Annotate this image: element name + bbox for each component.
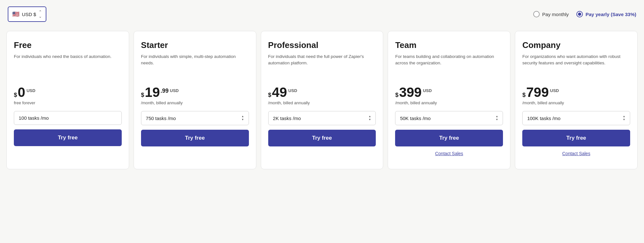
price-period-company: /month, billed annually (522, 100, 630, 105)
billing-toggle: Pay monthly Pay yearly (Save 33%) (533, 11, 636, 17)
plan-description-starter: For individuals with simple, multi-step … (141, 53, 249, 79)
price-dollar-company: $ (522, 92, 526, 98)
plan-name-professional: Professional (268, 40, 376, 50)
try-free-button-free[interactable]: Try free (14, 129, 122, 146)
pay-monthly-option[interactable]: Pay monthly (533, 11, 569, 17)
pay-yearly-radio[interactable] (576, 11, 583, 17)
plan-card-company: Company For organizations who want autom… (515, 31, 638, 169)
tasks-selector-team[interactable]: 50K tasks /mo ▲ ▼ (395, 111, 503, 125)
plan-name-team: Team (395, 40, 503, 50)
try-free-button-team[interactable]: Try free (395, 130, 503, 146)
price-dollar-professional: $ (268, 92, 271, 98)
price-main-company: 799 (526, 86, 549, 99)
plan-description-professional: For individuals that need the full power… (268, 53, 376, 79)
plan-card-starter: Starter For individuals with simple, mul… (134, 31, 256, 169)
contact-sales-link-team[interactable]: Contact Sales (395, 150, 503, 157)
price-usd-company: USD (550, 88, 559, 93)
plan-card-team: Team For teams building and collaboratin… (388, 31, 510, 169)
pay-yearly-option[interactable]: Pay yearly (Save 33%) (576, 11, 636, 17)
currency-selector[interactable]: 🇺🇸 USD $ ⌃⌄ (8, 6, 46, 22)
plan-card-free: Free For individuals who need the basics… (6, 31, 129, 169)
tasks-label-professional: 2K tasks /mo (273, 116, 301, 121)
plan-price-row-professional: $ 49 USD (268, 86, 376, 99)
price-dollar-starter: $ (141, 92, 144, 98)
price-period-professional: /month, billed annually (268, 100, 376, 105)
pay-yearly-label: Pay yearly (Save 33%) (585, 12, 636, 17)
price-period-free: free forever (14, 100, 122, 105)
currency-label: USD $ (22, 12, 36, 17)
plans-grid: Free For individuals who need the basics… (6, 31, 638, 169)
plan-description-free: For individuals who need the basics of a… (14, 53, 122, 79)
pay-monthly-label: Pay monthly (542, 12, 569, 17)
plan-name-starter: Starter (141, 40, 249, 50)
plan-description-team: For teams building and collaborating on … (395, 53, 503, 79)
plan-price-row-starter: $ 19.99 USD (141, 86, 249, 99)
tasks-label-company: 100K tasks /mo (527, 116, 560, 121)
tasks-label-team: 50K tasks /mo (400, 116, 431, 121)
flag-icon: 🇺🇸 (12, 11, 19, 18)
price-main-starter: 19 (145, 86, 160, 99)
try-free-button-starter[interactable]: Try free (141, 130, 249, 146)
price-usd-team: USD (423, 88, 431, 93)
price-usd-professional: USD (288, 88, 297, 93)
price-dollar-team: $ (395, 92, 398, 98)
plan-price-row-company: $ 799 USD (522, 86, 630, 99)
spacer-professional (268, 150, 376, 161)
try-free-button-professional[interactable]: Try free (268, 130, 376, 146)
tasks-selector-professional[interactable]: 2K tasks /mo ▲ ▼ (268, 111, 376, 125)
price-period-team: /month, billed annually (395, 100, 503, 105)
stepper-icon-professional: ▲ ▼ (368, 115, 371, 121)
plan-price-row-team: $ 399 USD (395, 86, 503, 99)
top-bar: 🇺🇸 USD $ ⌃⌄ Pay monthly Pay yearly (Save… (6, 6, 638, 22)
price-main-professional: 49 (272, 86, 287, 99)
price-usd-starter: USD (170, 88, 179, 93)
tasks-label-starter: 750 tasks /mo (146, 116, 176, 121)
plan-name-free: Free (14, 40, 122, 50)
price-main-team: 399 (399, 86, 421, 99)
tasks-selector-starter[interactable]: 750 tasks /mo ▲ ▼ (141, 111, 249, 125)
tasks-selector-free[interactable]: 100 tasks /mo (14, 111, 122, 125)
price-usd-free: USD (26, 88, 35, 93)
pay-monthly-radio[interactable] (533, 11, 540, 17)
plan-card-professional: Professional For individuals that need t… (261, 31, 384, 169)
chevron-icon: ⌃⌄ (39, 10, 42, 19)
spacer-free (14, 149, 122, 161)
price-period-starter: /month, billed annually (141, 100, 249, 105)
stepper-icon-company: ▲ ▼ (623, 115, 625, 121)
plan-price-row-free: $ 0 USD (14, 86, 122, 99)
price-cents-starter: .99 (161, 88, 169, 94)
try-free-button-company[interactable]: Try free (522, 130, 630, 146)
tasks-selector-company[interactable]: 100K tasks /mo ▲ ▼ (522, 111, 630, 125)
contact-sales-link-company[interactable]: Contact Sales (522, 150, 630, 157)
stepper-icon-starter: ▲ ▼ (242, 115, 244, 121)
plan-name-company: Company (522, 40, 630, 50)
spacer-starter (141, 150, 249, 161)
price-main-free: 0 (18, 86, 25, 99)
stepper-icon-team: ▲ ▼ (496, 115, 498, 121)
price-dollar-free: $ (14, 92, 17, 98)
plan-description-company: For organizations who want automation wi… (522, 53, 630, 79)
tasks-label-free: 100 tasks /mo (19, 115, 49, 121)
